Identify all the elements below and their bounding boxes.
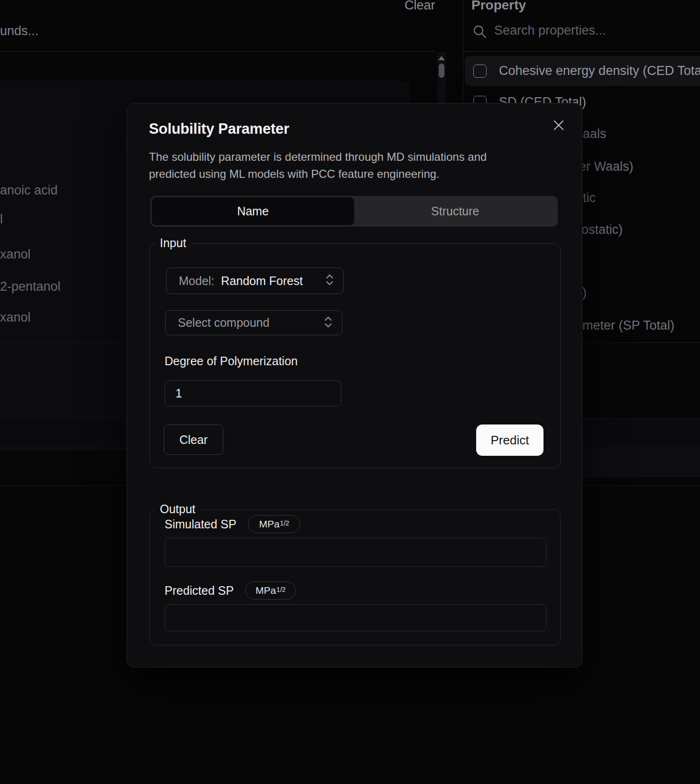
compound-search-fragment[interactable]: unds... xyxy=(0,24,38,38)
scrollbar-thumb[interactable] xyxy=(439,64,444,78)
unit-base: MPa xyxy=(256,585,276,596)
close-button[interactable] xyxy=(551,117,567,133)
property-row-fragment[interactable]: ostatic) xyxy=(581,222,623,237)
updown-chevron-icon xyxy=(325,273,334,288)
compound-select-placeholder: Select compound xyxy=(178,316,269,330)
unit-base: MPa xyxy=(259,518,279,530)
model-select-label: Model: xyxy=(179,274,214,288)
model-select[interactable]: Model: Random Forest xyxy=(166,267,344,294)
dialog-description: The solubility parameter is determined t… xyxy=(149,148,519,183)
scrollbar[interactable] xyxy=(437,52,446,103)
unit-exponent: 1/2 xyxy=(280,519,289,527)
output-section-legend: Output xyxy=(156,502,200,516)
property-row-fragment[interactable]: tic xyxy=(583,191,596,205)
property-row-fragment[interactable]: meter (SP Total) xyxy=(582,318,674,333)
compounds-clear-button[interactable]: Clear xyxy=(405,0,435,13)
compound-list-item[interactable]: xanol xyxy=(0,310,31,325)
output-section: Output Simulated SP MPa1/2 Predicted SP … xyxy=(149,509,561,646)
tab-structure[interactable]: Structure xyxy=(354,197,557,225)
table-row-patch xyxy=(0,450,127,478)
panel-separator xyxy=(463,0,463,103)
simulated-sp-output[interactable] xyxy=(165,538,546,567)
dop-input[interactable] xyxy=(165,380,341,406)
unit-exponent: 1/2 xyxy=(276,586,286,593)
predict-button[interactable]: Predict xyxy=(476,424,543,456)
property-row-fragment[interactable]: aals xyxy=(583,127,607,141)
dialog-title: Solubility Parameter xyxy=(149,120,289,138)
close-icon xyxy=(553,119,565,131)
simulated-sp-label: Simulated SP xyxy=(165,517,236,531)
compound-list-item[interactable]: anoic acid xyxy=(0,183,58,198)
property-row-fragment[interactable]: ) xyxy=(582,286,587,300)
solubility-parameter-dialog: Solubility Parameter The solubility para… xyxy=(127,103,582,667)
search-icon xyxy=(473,25,487,41)
model-select-value: Random Forest xyxy=(221,274,303,288)
checkbox[interactable] xyxy=(473,65,487,78)
property-panel-title: Property xyxy=(471,0,526,13)
simulated-sp-unit-badge: MPa1/2 xyxy=(248,515,300,533)
property-search-input[interactable] xyxy=(493,23,675,38)
compound-list-item[interactable]: 2-pentanol xyxy=(0,279,61,294)
property-row-ced-total[interactable]: Cohesive energy density (CED Total xyxy=(465,56,700,86)
left-panel-divider xyxy=(0,51,436,52)
input-section: Input Model: Random Forest Select compou… xyxy=(149,243,561,468)
clear-button[interactable]: Clear xyxy=(164,424,223,455)
tab-name[interactable]: Name xyxy=(152,197,354,225)
compound-list-item[interactable]: l xyxy=(0,212,3,227)
updown-chevron-icon xyxy=(324,315,332,331)
right-panel-divider xyxy=(463,51,700,52)
predicted-sp-unit-badge: MPa1/2 xyxy=(245,581,296,600)
predicted-sp-label: Predicted SP xyxy=(165,584,234,598)
predicted-sp-output[interactable] xyxy=(165,604,546,631)
scrollbar-up-arrow-icon[interactable] xyxy=(438,56,445,60)
property-row-label: Cohesive energy density (CED Total xyxy=(499,64,700,78)
compound-list-item[interactable]: xanol xyxy=(0,247,31,262)
input-section-legend: Input xyxy=(156,236,191,250)
dop-label: Degree of Polymerization xyxy=(165,354,298,368)
compound-select[interactable]: Select compound xyxy=(165,310,342,335)
property-row-fragment[interactable]: er Waals) xyxy=(579,159,634,174)
input-mode-tabs: Name Structure xyxy=(150,196,558,227)
app-root: { "background": { "left_panel": { "searc… xyxy=(0,0,700,784)
